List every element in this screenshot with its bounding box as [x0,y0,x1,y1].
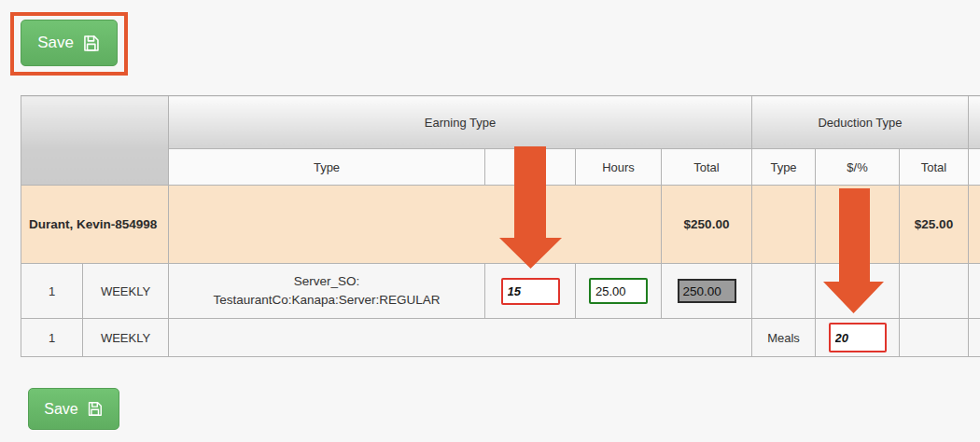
deduction-type-group-header: Deduction Type [752,96,969,149]
employee-summary-row: Durant, Kevin-854998 $250.00 $25.00 [21,186,980,264]
line-number: 1 [21,264,83,319]
floppy-disk-icon [81,34,101,53]
floppy-disk-icon [86,400,104,418]
deduction-amount-cell [816,319,900,357]
earning-type-column-header: Type [169,149,485,186]
deduction-total-column-header: Total [900,149,969,186]
save-button-label: Save [44,401,77,418]
deduction-amount-input[interactable] [829,323,887,352]
hours-input[interactable] [589,278,648,304]
cutoff-group-header [969,96,980,149]
empty-cell [900,264,969,319]
deduction-type-column-header: Type [752,149,816,186]
payroll-edit-page: { "top_toolbar": { "save_label": "Save" … [0,0,980,442]
empty-cell [752,264,816,319]
payroll-grid: Earning Type Deduction Type Type Hours T… [21,95,980,357]
cutoff-column-header [969,149,980,186]
summary-spacer-cell [169,186,662,264]
line-number: 1 [21,319,83,357]
empty-cell [969,264,980,319]
hours-cell [576,264,662,319]
deduction-row-spacer-cell [169,319,752,357]
earning-total-column-header: Total [662,149,752,186]
save-button-top[interactable]: Save [21,20,118,66]
rate-cell [485,264,576,319]
deduction-type-value: Meals [752,319,816,357]
payroll-table: Earning Type Deduction Type Type Hours T… [21,95,980,357]
earning-hours-column-header: Hours [576,149,662,186]
earning-total-value: $250.00 [662,186,752,264]
deduction-row: 1 WEEKLY Meals [21,319,980,357]
earning-row-total-cell: 250.00 [662,264,752,319]
earning-row: 1 WEEKLY Server_SO: TestaurantCo:Kanapa:… [21,264,980,319]
summary-deduction-type-cell [752,186,816,264]
save-button-bottom[interactable]: Save [28,388,119,430]
empty-cell [816,264,900,319]
summary-cutoff-cell [969,186,980,264]
group-header-row: Earning Type Deduction Type [21,96,980,149]
deduction-amount-column-header: $/% [816,149,900,186]
earning-row-total-readonly: 250.00 [678,279,736,303]
empty-cell [969,319,980,357]
employee-name: Durant, Kevin-854998 [21,186,169,264]
earning-type-value: Server_SO: TestaurantCo:Kanapa:Server:RE… [169,264,485,319]
earning-rate-column-header [485,149,576,186]
summary-deduction-amount-cell [816,186,900,264]
rate-input[interactable] [501,278,560,305]
corner-header-cell [21,96,169,186]
deduction-total-value: $25.00 [900,186,969,264]
save-button-label: Save [37,34,74,52]
pay-frequency: WEEKLY [83,264,169,319]
earning-type-group-header: Earning Type [169,96,752,149]
pay-frequency: WEEKLY [83,319,169,357]
empty-cell [900,319,969,357]
